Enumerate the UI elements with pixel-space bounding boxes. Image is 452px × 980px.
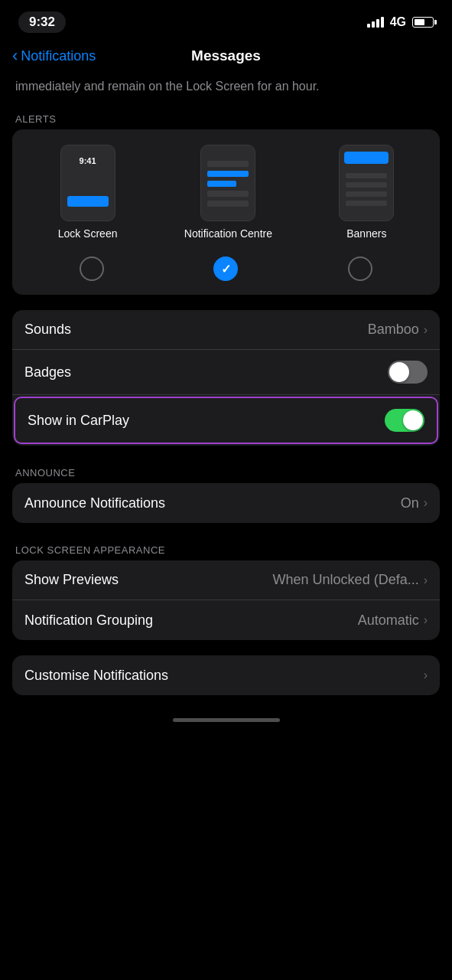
announce-notif-label: Announce Notifications xyxy=(24,495,165,511)
show-previews-label: Show Previews xyxy=(24,572,119,588)
notif-centre-label: Notification Centre xyxy=(184,227,272,240)
back-label: Notifications xyxy=(21,48,96,64)
notif-line-5 xyxy=(207,201,249,207)
show-in-carplay-row[interactable]: Show in CarPlay xyxy=(14,397,438,444)
alert-option-notification-centre[interactable]: Notification Centre xyxy=(184,145,272,240)
navigation-bar: ‹ Notifications Messages xyxy=(0,41,452,74)
banners-label: Banners xyxy=(346,227,386,240)
notif-line-2 xyxy=(207,171,249,177)
status-time: 9:32 xyxy=(18,11,66,33)
announce-section-label: ANNOUNCE xyxy=(0,461,452,483)
back-chevron-icon: ‹ xyxy=(12,46,18,66)
announce-group: Announce Notifications On › xyxy=(12,483,440,523)
badges-toggle-thumb xyxy=(389,362,409,382)
badges-toggle[interactable] xyxy=(388,361,428,384)
signal-bars xyxy=(367,17,384,28)
show-previews-right: When Unlocked (Defa... › xyxy=(273,572,428,588)
announce-right: On › xyxy=(401,495,428,511)
battery-body xyxy=(412,17,434,28)
banners-phone-icon xyxy=(339,145,394,221)
battery xyxy=(412,17,434,28)
status-right: 4G xyxy=(367,15,434,29)
alert-card: 9:41 Lock Screen Notification Centre xyxy=(12,129,440,295)
lock-screen-phone-icon: 9:41 xyxy=(60,145,115,221)
radio-row: ✓ xyxy=(24,253,428,281)
lock-screen-appearance-group: Show Previews When Unlocked (Defa... › N… xyxy=(12,560,440,640)
screen-line-1 xyxy=(346,173,387,178)
customise-group: Customise Notifications › xyxy=(12,655,440,695)
carplay-toggle[interactable] xyxy=(385,409,424,432)
signal-bar-2 xyxy=(372,21,375,28)
banner-bar xyxy=(344,152,389,164)
lock-screen-appearance-label: LOCK SCREEN APPEARANCE xyxy=(0,538,452,560)
announce-value: On xyxy=(401,495,419,511)
notif-line-3 xyxy=(207,181,236,187)
back-button[interactable]: ‹ Notifications xyxy=(12,47,96,66)
lock-screen-notification-bar xyxy=(67,196,109,207)
signal-bar-3 xyxy=(376,19,379,28)
customise-label: Customise Notifications xyxy=(24,668,168,684)
home-indicator[interactable] xyxy=(173,718,280,722)
signal-type: 4G xyxy=(390,15,406,29)
show-previews-chevron-icon: › xyxy=(424,573,428,587)
customise-chevron-icon: › xyxy=(424,668,428,682)
signal-bar-1 xyxy=(367,24,370,28)
intro-text: immediately and remain on the Lock Scree… xyxy=(0,74,452,107)
battery-fill xyxy=(415,19,424,25)
carplay-toggle-thumb xyxy=(403,410,423,430)
show-previews-value: When Unlocked (Defa... xyxy=(273,572,419,588)
notif-center-lines xyxy=(207,161,249,207)
status-bar: 9:32 4G xyxy=(0,0,452,41)
notification-grouping-row[interactable]: Notification Grouping Automatic › xyxy=(12,600,440,640)
screen-line-3 xyxy=(346,191,387,197)
notif-grouping-value: Automatic xyxy=(358,612,419,629)
sounds-chevron-icon: › xyxy=(424,323,428,337)
alerts-settings-group: Sounds Bamboo › Badges Show in CarPlay xyxy=(12,310,440,446)
radio-lock-screen[interactable] xyxy=(80,256,104,281)
sounds-row[interactable]: Sounds Bamboo › xyxy=(12,310,440,350)
announce-notifications-row[interactable]: Announce Notifications On › xyxy=(12,483,440,523)
notif-line-4 xyxy=(207,191,249,197)
signal-bar-4 xyxy=(381,17,384,28)
lock-screen-time: 9:41 xyxy=(80,156,96,165)
alert-option-banners[interactable]: Banners xyxy=(339,145,394,240)
alerts-section-label: ALERTS xyxy=(0,107,452,129)
notif-grouping-right: Automatic › xyxy=(358,612,428,629)
sounds-right: Bamboo › xyxy=(368,322,428,338)
show-previews-row[interactable]: Show Previews When Unlocked (Defa... › xyxy=(12,560,440,600)
screen-line-2 xyxy=(346,182,387,188)
sounds-value: Bamboo xyxy=(368,322,419,338)
badges-row[interactable]: Badges xyxy=(12,350,440,395)
alert-options: 9:41 Lock Screen Notification Centre xyxy=(24,145,428,240)
customise-right: › xyxy=(424,668,428,682)
alert-option-lock-screen[interactable]: 9:41 Lock Screen xyxy=(58,145,118,240)
notif-grouping-chevron-icon: › xyxy=(424,613,428,627)
page-title: Messages xyxy=(191,47,261,64)
notif-line-1 xyxy=(207,161,249,167)
sounds-label: Sounds xyxy=(24,322,71,338)
notif-center-phone-icon xyxy=(200,145,255,221)
check-icon: ✓ xyxy=(221,262,231,276)
notif-grouping-label: Notification Grouping xyxy=(24,612,153,629)
customise-notifications-row[interactable]: Customise Notifications › xyxy=(12,655,440,695)
screen-line-4 xyxy=(346,201,387,206)
announce-chevron-icon: › xyxy=(424,496,428,510)
radio-notif-centre[interactable]: ✓ xyxy=(213,256,238,281)
lock-screen-label: Lock Screen xyxy=(58,227,118,240)
radio-banners[interactable] xyxy=(348,256,372,281)
banners-screen-lines xyxy=(346,173,387,206)
carplay-label: Show in CarPlay xyxy=(28,413,129,429)
badges-label: Badges xyxy=(24,364,71,381)
